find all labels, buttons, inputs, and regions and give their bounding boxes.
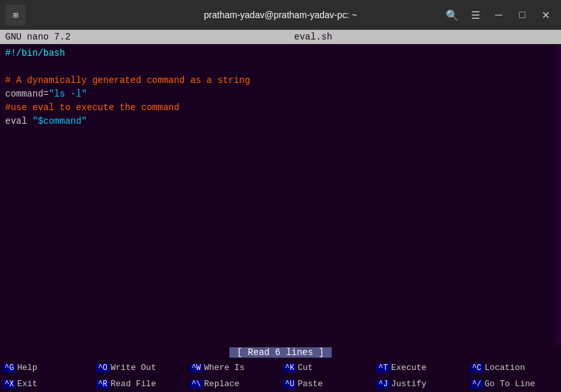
maximize-button[interactable]: □ (512, 5, 532, 25)
line-5: #use eval to execute the command (5, 101, 556, 115)
titlebar-title: pratham-yadav@pratham-yadav-pc: ~ (204, 10, 357, 20)
shortcut-key-execute: ^T (376, 363, 389, 373)
editor-content: #!/bin/bash # A dynamically generated co… (0, 47, 561, 128)
titlebar-controls: 🔍 ☰ ─ □ ✕ (442, 5, 556, 25)
line-6: eval "$command" (5, 115, 556, 128)
shortcut-label-replace: Replace (204, 379, 240, 389)
nano-header: GNU nano 7.2 eval.sh (0, 30, 561, 44)
shortcut-label-help: Help (17, 363, 37, 373)
shortcut-cut[interactable]: ^K Cut (280, 360, 374, 376)
shortcut-label-cut: Cut (297, 363, 312, 373)
status-text: [ Read 6 lines ] (229, 347, 332, 358)
line-4: command="ls -l" (5, 87, 556, 101)
shortcut-label-paste: Paste (297, 379, 323, 389)
shortcut-key-help: ^G (3, 363, 16, 373)
shortcut-key-cut: ^K (283, 363, 296, 373)
shortcut-justify[interactable]: ^J Justify (374, 376, 467, 392)
shortcut-replace[interactable]: ^\ Replace (187, 376, 280, 392)
menu-button[interactable]: ☰ (465, 5, 486, 25)
minimize-button[interactable]: ─ (488, 5, 509, 25)
shortcut-exit[interactable]: ^X Exit (0, 376, 93, 392)
shortcut-key-paste: ^U (283, 380, 296, 389)
status-bar: [ Read 6 lines ] (0, 345, 561, 360)
shortcut-key-justify: ^J (376, 380, 389, 389)
shortcut-key-writeout: ^O (96, 363, 109, 373)
shortcut-gotoline[interactable]: ^/ Go To Line (468, 376, 561, 392)
shortcut-key-replace: ^\ (190, 380, 203, 389)
nano-version: GNU nano 7.2 (5, 32, 71, 42)
shortcut-paste[interactable]: ^U Paste (280, 376, 374, 392)
shortcut-label-whereis: Where Is (204, 363, 244, 373)
shortcut-label-exit: Exit (17, 379, 37, 389)
shortcut-readfile[interactable]: ^R Read File (93, 376, 187, 392)
shortcut-key-gotoline: ^/ (470, 380, 483, 389)
line-2 (5, 60, 556, 74)
close-button[interactable]: ✕ (535, 5, 556, 25)
shortcut-help[interactable]: ^G Help (0, 360, 93, 376)
terminal-icon: ⊞ (5, 5, 26, 25)
shortcut-label-writeout: Write Out (111, 363, 156, 373)
titlebar-left: ⊞ (5, 5, 26, 25)
shortcut-label-readfile: Read File (111, 379, 156, 389)
shortcuts-bar: ^G Help ^O Write Out ^W Where Is ^K Cut … (0, 360, 561, 392)
shortcut-key-readfile: ^R (96, 380, 109, 389)
shortcut-label-location: Location (485, 363, 525, 373)
shortcut-whereis[interactable]: ^W Where Is (187, 360, 280, 376)
editor-area[interactable]: #!/bin/bash # A dynamically generated co… (0, 44, 561, 345)
shortcut-label-execute: Execute (391, 363, 427, 373)
shortcut-location[interactable]: ^C Location (468, 360, 561, 376)
shortcut-key-location: ^C (470, 363, 483, 373)
shortcut-writeout[interactable]: ^O Write Out (93, 360, 187, 376)
scrollbar[interactable] (556, 44, 561, 345)
shortcut-label-justify: Justify (391, 379, 427, 389)
nano-filename: eval.sh (294, 32, 332, 42)
titlebar: ⊞ pratham-yadav@pratham-yadav-pc: ~ 🔍 ☰ … (0, 0, 561, 30)
shortcut-key-exit: ^X (3, 380, 16, 389)
shortcut-key-whereis: ^W (190, 363, 203, 373)
shortcut-execute[interactable]: ^T Execute (374, 360, 467, 376)
search-button[interactable]: 🔍 (442, 5, 463, 25)
line-3: # A dynamically generated command as a s… (5, 74, 556, 87)
line-1: #!/bin/bash (5, 47, 556, 60)
shortcut-label-gotoline: Go To Line (485, 379, 535, 389)
